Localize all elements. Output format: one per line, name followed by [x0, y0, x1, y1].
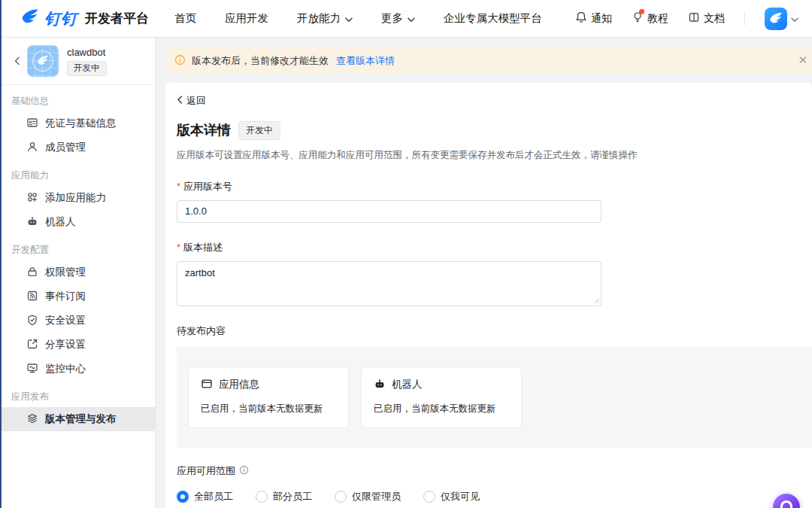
- avatar[interactable]: [765, 8, 787, 30]
- docs-button[interactable]: 文档: [688, 11, 725, 26]
- card-title: 机器人: [392, 378, 423, 391]
- notice-text: 版本发布后，当前修改才能生效: [192, 54, 329, 68]
- sidebar-item-permissions[interactable]: 权限管理: [2, 260, 155, 284]
- info-icon: [174, 54, 186, 68]
- grid-plus-icon: [26, 191, 38, 205]
- version-description-label: * 版本描述: [177, 241, 797, 254]
- scope-label: 应用可用范围: [177, 464, 797, 478]
- sidebar-section-capability: 应用能力: [2, 160, 155, 186]
- radio-button[interactable]: [423, 491, 435, 503]
- version-description-input[interactable]: zartbot: [177, 261, 601, 306]
- monitor-icon: [26, 362, 38, 376]
- version-number-label: * 应用版本号: [177, 180, 797, 193]
- tutorial-button[interactable]: 教程: [632, 11, 668, 26]
- nav-home[interactable]: 首页: [174, 11, 196, 26]
- chevron-down-icon: [791, 13, 798, 25]
- card-status-text: 已启用，当前版本无数据更新: [374, 403, 509, 415]
- app-info-card[interactable]: 应用信息 已启用，当前版本无数据更新: [188, 367, 349, 428]
- sidebar-item-monitoring[interactable]: 监控中心: [2, 357, 155, 381]
- sidebar-item-sharing[interactable]: 分享设置: [2, 333, 155, 357]
- sidebar-item-add-capability[interactable]: 添加应用能力: [2, 186, 155, 210]
- chevron-down-icon: [408, 13, 415, 25]
- sidebar-app-header: clawdbot 开发中: [2, 38, 155, 85]
- bell-icon: [575, 11, 587, 26]
- app-avatar: [27, 45, 59, 77]
- sidebar-item-event-subscription[interactable]: 事件订阅: [2, 284, 155, 309]
- scope-radio-group: 全部员工 部分员工 仅限管理员 仅我可见: [177, 490, 797, 503]
- version-number-input[interactable]: [177, 200, 601, 223]
- nav-enterprise-llm[interactable]: 企业专属大模型平台: [444, 11, 542, 26]
- sidebar-section-release: 应用发布: [2, 381, 155, 407]
- top-header: 钉钉 开发者平台 首页 应用开发 开放能力 更多 企业专属大模型平台 通知 教程: [2, 0, 812, 38]
- sidebar-section-devconfig: 开发配置: [2, 234, 155, 260]
- rss-icon: [26, 290, 38, 304]
- app-window-icon: [201, 378, 213, 392]
- document-icon: [688, 11, 700, 26]
- radio-some-staff[interactable]: 部分员工: [256, 490, 312, 503]
- radio-admins-only[interactable]: 仅限管理员: [335, 490, 401, 503]
- radio-all-staff[interactable]: 全部员工: [177, 490, 233, 503]
- app-window: 钉钉 开发者平台 首页 应用开发 开放能力 更多 企业专属大模型平台 通知 教程: [0, 0, 812, 508]
- sidebar-item-robot[interactable]: 机器人: [2, 210, 155, 234]
- brand-logo[interactable]: 钉钉 开发者平台: [21, 8, 149, 29]
- sidebar-item-credentials[interactable]: 凭证与基础信息: [2, 111, 155, 135]
- chevron-down-icon: [345, 13, 353, 25]
- dingtalk-wing-icon: [21, 8, 39, 29]
- status-badge: 开发中: [238, 121, 280, 140]
- robot-icon: [26, 215, 38, 230]
- version-notice-banner: 版本发布后，当前修改才能生效 查看版本详情 ✕: [165, 48, 812, 74]
- robot-card[interactable]: 机器人 已启用，当前版本无数据更新: [361, 367, 522, 428]
- nav-app-dev[interactable]: 应用开发: [225, 11, 268, 26]
- id-card-icon: [26, 117, 38, 131]
- view-version-details-link[interactable]: 查看版本详情: [336, 54, 395, 68]
- notification-dot: [639, 9, 644, 14]
- app-name: clawdbot: [67, 47, 107, 58]
- card-title: 应用信息: [219, 378, 259, 391]
- notifications-button[interactable]: 通知: [575, 11, 612, 26]
- nav-more[interactable]: 更多: [381, 11, 415, 26]
- back-button[interactable]: 返回: [177, 94, 206, 108]
- main-area: 版本发布后，当前修改才能生效 查看版本详情 ✕ 返回 版本详情 开发中 应用版本…: [156, 38, 812, 508]
- sidebar-item-version-management[interactable]: 版本管理与发布: [2, 407, 155, 431]
- info-icon: [239, 465, 249, 477]
- pending-content-panel: 应用信息 已启用，当前版本无数据更新 机器人 已启用，当前版本无数据更新: [177, 347, 812, 448]
- page-title: 版本详情: [177, 121, 231, 139]
- card-status-text: 已启用，当前版本无数据更新: [201, 403, 336, 415]
- pending-content-label: 待发布内容: [177, 324, 797, 338]
- radio-button[interactable]: [335, 491, 347, 503]
- lock-icon: [26, 266, 38, 280]
- required-asterisk: *: [177, 181, 180, 192]
- sidebar-item-security[interactable]: 安全设置: [2, 309, 155, 333]
- share-icon: [26, 338, 38, 352]
- user-icon: [26, 141, 38, 155]
- brand-suffix: 开发者平台: [85, 10, 149, 27]
- nav-open-capability[interactable]: 开放能力: [297, 11, 353, 26]
- radio-only-me[interactable]: 仅我可见: [423, 490, 480, 503]
- divider: [744, 12, 745, 26]
- sidebar: clawdbot 开发中 基础信息 凭证与基础信息 成员管理 应用能力 添加应用…: [2, 38, 156, 508]
- brand-logotype: 钉钉: [44, 8, 77, 29]
- sidebar-section-basic: 基础信息: [2, 85, 155, 111]
- layers-icon: [26, 412, 38, 427]
- required-asterisk: *: [177, 242, 180, 253]
- radio-button[interactable]: [256, 491, 268, 503]
- chevron-left-icon: [177, 95, 183, 106]
- version-detail-panel: 返回 版本详情 开发中 应用版本可设置应用版本号、应用能力和应用可用范围，所有变…: [165, 83, 812, 508]
- robot-icon: [374, 378, 386, 392]
- user-menu[interactable]: [765, 8, 798, 30]
- sidebar-item-members[interactable]: 成员管理: [2, 135, 155, 160]
- page-description: 应用版本可设置应用版本号、应用能力和应用可用范围，所有变更需要保存并发布后才会正…: [177, 149, 797, 162]
- top-nav: 首页 应用开发 开放能力 更多 企业专属大模型平台: [174, 11, 542, 26]
- collapse-sidebar-button[interactable]: [9, 56, 24, 65]
- radio-button[interactable]: [177, 491, 189, 503]
- app-status-badge: 开发中: [67, 61, 107, 76]
- close-icon[interactable]: ✕: [798, 54, 807, 65]
- headset-icon: [780, 500, 792, 508]
- top-actions: 通知 教程 文档: [575, 8, 798, 30]
- shield-check-icon: [26, 314, 38, 328]
